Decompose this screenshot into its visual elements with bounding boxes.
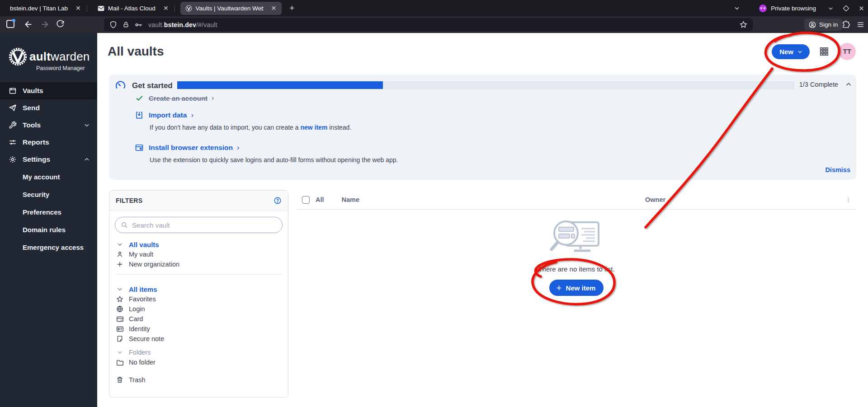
- chevron-down-icon: [84, 122, 90, 128]
- sidebar-item-vaults[interactable]: Vaults: [0, 82, 97, 99]
- filter-login[interactable]: Login: [116, 304, 282, 314]
- sign-in-button[interactable]: Sign in: [804, 19, 842, 31]
- filter-favorites[interactable]: Favorites: [116, 294, 282, 304]
- private-mask-icon: [759, 5, 767, 12]
- gear-icon: [9, 155, 17, 164]
- step-import-data[interactable]: Import data ›: [134, 111, 193, 120]
- apps-grid-icon[interactable]: [819, 47, 829, 56]
- list-all-tabs-chevron-icon[interactable]: [734, 5, 740, 11]
- get-started-banner: Get started 1/3 Complete Create an accou…: [109, 75, 856, 180]
- sign-in-label: Sign in: [819, 21, 838, 28]
- chevron-down-icon[interactable]: [116, 286, 124, 292]
- filter-card[interactable]: Card: [116, 314, 282, 324]
- vault-search-field[interactable]: [115, 217, 283, 233]
- filter-no-folder[interactable]: No folder: [116, 357, 282, 367]
- collapse-chevron-up-icon[interactable]: [845, 81, 852, 88]
- sidebar-item-my-account[interactable]: My account: [0, 168, 97, 186]
- step-label[interactable]: Install browser extension: [149, 144, 233, 152]
- star-icon: [116, 295, 124, 303]
- step-install-extension[interactable]: Install browser extension ›: [134, 143, 240, 152]
- sidebar-item-preferences[interactable]: Preferences: [0, 203, 97, 221]
- note-icon: [116, 335, 124, 342]
- new-button[interactable]: New: [772, 44, 810, 59]
- url-bar[interactable]: vault.bstein.dev/#/vault: [104, 18, 753, 31]
- tab-close-icon[interactable]: ✕: [74, 4, 82, 12]
- chevron-down-icon[interactable]: [116, 241, 124, 248]
- vault-icon: [9, 87, 17, 95]
- progress-fill: [177, 81, 383, 89]
- sidebar-item-send[interactable]: Send: [0, 99, 97, 117]
- chevron-down-icon: [797, 49, 803, 55]
- filter-folders-header[interactable]: Folders: [116, 347, 282, 357]
- credit-card-icon: [116, 315, 124, 323]
- filter-identity[interactable]: Identity: [116, 324, 282, 334]
- sidebar-item-tools[interactable]: Tools: [0, 117, 97, 134]
- sidebar-item-security[interactable]: Security: [0, 186, 97, 203]
- tab-title: bstein.dev | Titan Lab: [10, 5, 68, 12]
- tab-close-icon[interactable]: ✕: [162, 4, 170, 12]
- step-create-account[interactable]: Create an account ›: [134, 94, 214, 103]
- divider: [116, 274, 282, 275]
- sidebar-item-label: Vaults: [23, 87, 43, 95]
- wordmark: aultwarden: [29, 50, 90, 64]
- extension-description: Use the extension to quickly save logins…: [150, 156, 398, 164]
- filter-all-items[interactable]: All items: [116, 284, 282, 294]
- avatar[interactable]: TT: [839, 43, 856, 60]
- menu-hamburger-icon[interactable]: [857, 21, 864, 28]
- window-minimize-icon[interactable]: [828, 5, 834, 11]
- dismiss-link[interactable]: Dismiss: [825, 166, 850, 173]
- filter-my-vault[interactable]: My vault: [116, 249, 282, 259]
- filter-label: Favorites: [129, 295, 156, 303]
- help-icon[interactable]: [274, 196, 282, 205]
- filter-new-organization[interactable]: New organization: [116, 259, 282, 269]
- sidebar-item-reports[interactable]: Reports: [0, 134, 97, 151]
- filter-secure-note[interactable]: Secure note: [116, 334, 282, 344]
- filter-all-vaults[interactable]: All vaults: [116, 239, 282, 249]
- window-maximize-icon[interactable]: [843, 5, 849, 11]
- firefox-view-icon[interactable]: [6, 20, 14, 28]
- filter-trash[interactable]: Trash: [116, 375, 282, 385]
- extensions-icon[interactable]: [842, 20, 850, 28]
- sidebar-item-label: Send: [23, 104, 40, 112]
- progress-bar: [177, 81, 794, 89]
- forward-icon[interactable]: [40, 19, 50, 29]
- tab-vaultwarden-active[interactable]: Vaults | Vaultwarden Web ✕: [180, 2, 282, 15]
- new-button-label: New: [779, 48, 793, 56]
- sidebar-item-emergency-access[interactable]: Emergency access: [0, 239, 97, 256]
- filter-label: No folder: [129, 359, 156, 366]
- new-item-label: New item: [566, 284, 596, 292]
- vaultwarden-gear-icon: [8, 47, 28, 67]
- new-tab-button[interactable]: +: [287, 3, 297, 13]
- key-icon[interactable]: [135, 21, 143, 29]
- chevron-up-icon: [84, 156, 90, 163]
- new-item-link[interactable]: new item: [300, 124, 327, 131]
- bookmark-star-icon[interactable]: [740, 21, 747, 28]
- window-close-icon[interactable]: [859, 5, 864, 11]
- tab-titan-lab[interactable]: bstein.dev | Titan Lab ✕: [5, 2, 86, 15]
- browser-toolbar: vault.bstein.dev/#/vault Sign in: [0, 16, 868, 33]
- user-icon: [116, 251, 124, 258]
- chevron-down-icon[interactable]: [116, 349, 124, 356]
- reload-icon[interactable]: [56, 19, 65, 28]
- tab-mail[interactable]: Mail - Atlas Cloud ✕: [93, 2, 174, 15]
- get-started-title: Get started: [132, 81, 173, 90]
- back-icon[interactable]: [24, 19, 33, 29]
- vaultwarden-logo[interactable]: aultwarden Password Manager: [0, 33, 97, 71]
- filters-panel: FILTERS All vaults My vault New organiza: [109, 190, 288, 398]
- select-all-checkbox[interactable]: [302, 196, 310, 204]
- items-table: All Name Owner There are no: [297, 190, 856, 296]
- table-options-kebab-icon[interactable]: [845, 196, 852, 203]
- search-input[interactable]: [132, 221, 277, 229]
- import-icon: [134, 111, 145, 120]
- lock-icon[interactable]: [123, 21, 129, 28]
- step-label[interactable]: Create an account: [149, 94, 208, 102]
- sidebar-item-label: Tools: [23, 121, 41, 129]
- step-label[interactable]: Import data: [149, 111, 187, 119]
- tab-close-icon[interactable]: ✕: [270, 4, 278, 12]
- sidebar-item-settings[interactable]: Settings: [0, 151, 97, 168]
- gauge-icon: [114, 80, 127, 92]
- sidebar-item-domain-rules[interactable]: Domain rules: [0, 221, 97, 239]
- tab-title: Mail - Atlas Cloud: [108, 5, 156, 12]
- new-item-button[interactable]: New item: [549, 280, 604, 296]
- tracking-shield-icon[interactable]: [109, 21, 117, 28]
